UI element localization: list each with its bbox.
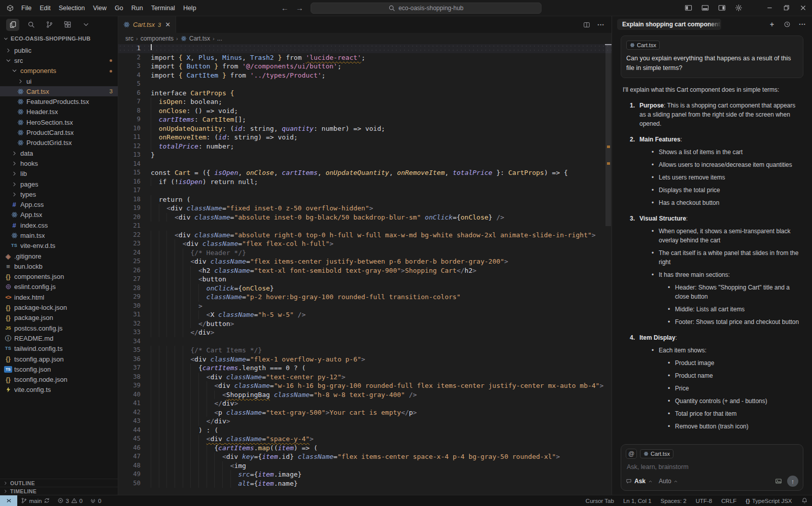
tree-item-featuredproducts-tsx[interactable]: FeaturedProducts.tsx [0, 96, 118, 106]
code-line: 44 ) : ( [118, 426, 612, 435]
tree-item-tailwind-config-ts[interactable]: TStailwind.config.ts [0, 344, 118, 354]
attach-image-icon[interactable] [775, 478, 782, 485]
encoding-status[interactable]: UTF-8 [691, 498, 717, 504]
menu-edit[interactable]: Edit [36, 3, 55, 13]
layout-sidebar-right-icon[interactable] [718, 4, 726, 12]
chat-input-box[interactable]: @ Cart.tsx Ask, learn, brainstorm Ask Au… [621, 444, 803, 491]
context-file-chip[interactable]: Cart.tsx [640, 449, 673, 458]
tree-item-vite-env-d-ts[interactable]: TSvite-env.d.ts [0, 241, 118, 251]
tree-item-app-css[interactable]: #App.css [0, 199, 118, 209]
react-file-icon [16, 88, 24, 95]
layout-panel-bottom-icon[interactable] [701, 4, 709, 12]
tree-item-herosection-tsx[interactable]: HeroSection.tsx [0, 117, 118, 127]
menu-terminal[interactable]: Terminal [147, 3, 179, 13]
breadcrumb-file[interactable]: Cart.tsx [189, 35, 210, 42]
chat-conversation[interactable]: Cart.tsx Can you explain everything that… [612, 32, 812, 439]
cursor-tab-status[interactable]: Cursor Tab [581, 498, 619, 504]
tree-item-pages[interactable]: pages [0, 179, 118, 189]
git-branch-status[interactable]: main [17, 495, 54, 506]
add-context-button[interactable]: @ [626, 449, 637, 459]
menu-file[interactable]: File [17, 3, 36, 13]
remote-indicator[interactable] [0, 495, 17, 506]
minimize-icon[interactable] [766, 4, 773, 12]
chat-more-icon[interactable]: ··· [799, 21, 806, 28]
tree-item-main-tsx[interactable]: main.tsx [0, 230, 118, 240]
tree-item-package-json[interactable]: {}package.json [0, 313, 118, 323]
problems-status[interactable]: 3 0 [54, 495, 86, 506]
breadcrumb-src[interactable]: src [125, 35, 133, 42]
chat-tab-title[interactable]: Explain shopping cart component fun [617, 19, 721, 30]
menu-go[interactable]: Go [111, 3, 127, 13]
menu-view[interactable]: View [89, 3, 111, 13]
eol-status[interactable]: CRLF [717, 498, 741, 504]
tree-item-components-json[interactable]: {}components.json [0, 272, 118, 282]
language-mode-status[interactable]: {}TypeScript JSX [741, 498, 796, 504]
breadcrumb-components[interactable]: components [141, 35, 174, 42]
layout-sidebar-left-icon[interactable] [685, 4, 692, 12]
tab-cart-tsx[interactable]: Cart.tsx 3 ✕ [118, 16, 176, 33]
nav-forward-icon[interactable]: → [296, 4, 303, 12]
menu-selection[interactable]: Selection [55, 3, 89, 13]
tree-item-package-lock-json[interactable]: {}package-lock.json [0, 302, 118, 312]
tree-item-tsconfig-json[interactable]: TStsconfig.json [0, 364, 118, 374]
extensions-button[interactable] [61, 19, 74, 31]
menu-run[interactable]: Run [127, 3, 147, 13]
ports-status[interactable]: 0 [86, 495, 105, 506]
tree-item-eslint-config-js[interactable]: eslint.config.js [0, 282, 118, 292]
code-line: 22 <div className="absolute right-0 top-… [118, 231, 612, 240]
tree-item-cart-tsx[interactable]: Cart.tsx3 [0, 86, 118, 96]
tree-item-app-tsx[interactable]: App.tsx [0, 210, 118, 220]
breadcrumb-symbol[interactable]: ... [217, 35, 222, 42]
outline-section[interactable]: OUTLINE [0, 479, 118, 487]
model-selector-button[interactable]: Auto [659, 478, 678, 485]
split-editor-icon[interactable] [583, 21, 590, 28]
tree-item-productgrid-tsx[interactable]: ProductGrid.tsx [0, 138, 118, 148]
cursor-position-status[interactable]: Ln 1, Col 1 [619, 498, 656, 504]
restore-icon[interactable] [783, 4, 790, 12]
tree-item-hooks[interactable]: hooks [0, 158, 118, 168]
timeline-section[interactable]: TIMELINE [0, 487, 118, 495]
mode-selector-button[interactable]: Ask [626, 478, 653, 485]
tree-item-postcss-config-js[interactable]: JSpostcss.config.js [0, 323, 118, 333]
search-view-button[interactable] [24, 19, 38, 31]
tree-item-ui[interactable]: ui [0, 76, 118, 86]
scrollbar-thumb[interactable] [605, 44, 611, 226]
explorer-view-button[interactable] [6, 19, 19, 31]
tree-item-header-tsx[interactable]: Header.tsx [0, 107, 118, 117]
views-dropdown-button[interactable] [79, 19, 92, 31]
menu-help[interactable]: Help [179, 3, 200, 13]
tree-item-tsconfig-node-json[interactable]: {}tsconfig.node.json [0, 375, 118, 385]
chat-list-item: Remove button (trash icon) [675, 422, 803, 431]
close-window-icon[interactable] [799, 4, 807, 12]
new-chat-icon[interactable]: + [768, 21, 775, 28]
tree-item-vite-config-ts[interactable]: vite.config.ts [0, 385, 118, 395]
tree-item-public[interactable]: public [0, 45, 118, 55]
tree-item-productcard-tsx[interactable]: ProductCard.tsx [0, 127, 118, 137]
tree-item-tsconfig-app-json[interactable]: {}tsconfig.app.json [0, 354, 118, 364]
tree-item-bun-lockb[interactable]: ≡bun.lockb [0, 261, 118, 271]
tree-item-data[interactable]: data [0, 148, 118, 158]
history-icon[interactable] [784, 21, 791, 28]
tree-item-components[interactable]: components [0, 66, 118, 76]
project-root[interactable]: ECO-OASIS-SHOPPING-HUB [0, 33, 118, 44]
source-control-button[interactable] [43, 19, 56, 31]
tree-item-index-css[interactable]: #index.css [0, 220, 118, 230]
tree-item--gitignore[interactable]: ◈.gitignore [0, 251, 118, 261]
code-editor[interactable]: 12import { X, Plus, Minus, Trash2 } from… [118, 44, 612, 495]
notifications-status[interactable] [797, 497, 812, 504]
indentation-status[interactable]: Spaces: 2 [656, 498, 691, 504]
editor-scrollbar[interactable] [605, 16, 612, 495]
tree-item-index-html[interactable]: <>index.html [0, 292, 118, 302]
settings-gear-icon[interactable] [735, 4, 742, 12]
tree-item-types[interactable]: types [0, 189, 118, 199]
tree-item-src[interactable]: src [0, 55, 118, 65]
tree-item-lib[interactable]: lib [0, 169, 118, 179]
more-actions-icon[interactable]: ··· [597, 21, 604, 28]
tab-close-icon[interactable]: ✕ [165, 21, 171, 28]
tree-item-readme-md[interactable]: iREADME.md [0, 333, 118, 343]
send-button[interactable]: ↑ [787, 476, 798, 487]
file-reference-chip[interactable]: Cart.tsx [626, 41, 660, 50]
nav-back-icon[interactable]: ← [281, 4, 289, 12]
command-search[interactable]: eco-oasis-shopping-hub [311, 3, 542, 14]
chat-input-placeholder[interactable]: Ask, learn, brainstorm [627, 463, 797, 471]
